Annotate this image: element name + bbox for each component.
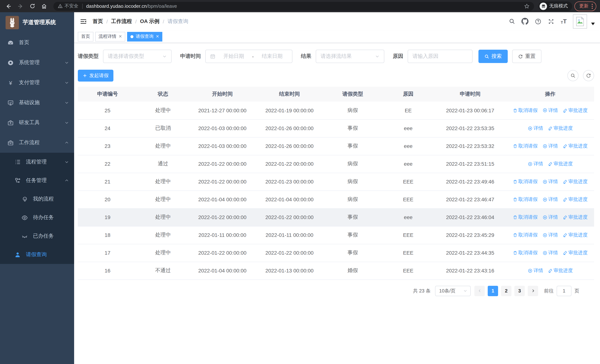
github-icon[interactable] [521,18,528,25]
tab-home[interactable]: 首页 [78,32,94,41]
toggle-search-button[interactable] [567,70,579,81]
security-warning[interactable]: 不安全 [58,3,78,9]
detail-link[interactable]: 详情 [542,143,558,149]
forward-icon[interactable] [16,1,25,11]
approval-progress-link[interactable]: 审批进度 [563,143,588,149]
sidebar-item-infra[interactable]: 基础设施 [0,93,74,113]
sidebar-item-label: 待办任务 [33,214,54,221]
sidebar-item-workflow[interactable]: 工作流程 [0,133,74,153]
approval-progress-link[interactable]: 审批进度 [548,267,573,274]
caret-down-icon[interactable] [591,23,595,25]
sidebar-item-leave-query[interactable]: 请假查询 [0,245,74,264]
cell-status: 处理中 [137,191,189,208]
home-icon[interactable] [39,1,49,11]
refresh-table-button[interactable] [583,70,594,81]
font-size-icon[interactable]: TT [561,18,567,24]
breadcrumb-home[interactable]: 首页 [93,18,103,25]
sidebar-item-todo-task[interactable]: 待办任务 [0,208,74,227]
page-button-2[interactable]: 2 [501,286,511,296]
cancel-leave-link[interactable]: 取消请假 [513,196,538,203]
avatar[interactable] [573,14,587,28]
pen-icon [548,268,552,273]
address-bar[interactable]: 不安全 dashboard.yudao.iocoder.cn/bpm/oa/le… [53,2,534,10]
detail-link[interactable]: 详情 [527,125,543,131]
sidebar-item-pay[interactable]: ¥ 支付管理 [0,73,74,93]
sidebar-item-task-mgmt[interactable]: 任务管理 [0,171,74,190]
sidebar-item-devtool[interactable]: 研发工具 [0,113,74,133]
cancel-leave-link[interactable]: 取消请假 [513,214,538,221]
reason-input[interactable]: 请输入原因 [408,50,472,63]
cancel-leave-link[interactable]: 取消请假 [513,250,538,256]
sidebar-item-process-mgmt[interactable]: 流程管理 [0,153,74,171]
help-icon[interactable] [535,18,542,25]
prev-page-button[interactable] [474,286,485,296]
sidebar-item-system[interactable]: 系统管理 [0,53,74,73]
leave-type-select[interactable]: 请选择请假类型 [103,50,172,63]
cancel-leave-link[interactable]: 取消请假 [513,232,538,238]
cancel-leave-link[interactable]: 取消请假 [513,107,538,114]
cell-apply-id: 20 [78,191,137,208]
approval-progress-link[interactable]: 审批进度 [563,250,588,256]
search-icon[interactable] [509,18,515,24]
back-icon[interactable] [4,1,13,11]
create-leave-button[interactable]: 发起请假 [78,70,113,82]
cancel-leave-link[interactable]: 取消请假 [513,143,538,149]
cell-reason: eee [383,137,434,155]
apply-time-range-picker[interactable]: 开始日期 - 结束日期 [205,50,292,63]
tab-leave-query[interactable]: 请假查询 ✕ [127,32,162,41]
sidebar-item-done-task[interactable]: 已办任务 [0,227,74,245]
detail-link[interactable]: 详情 [527,267,543,274]
bookmark-star-icon[interactable] [524,3,530,9]
detail-link[interactable]: 详情 [542,178,558,185]
approval-progress-link[interactable]: 审批进度 [563,232,588,238]
pen-icon [548,162,552,166]
pen-icon [548,126,552,131]
filter-label-type: 请假类型 [78,53,99,60]
row-actions: 取消请假 详情 审批进度 [506,196,594,203]
close-icon[interactable]: ✕ [119,34,122,39]
breadcrumb-oa[interactable]: OA 示例 [140,18,159,25]
cell-status: 处理中 [137,244,189,262]
sidebar-item-home[interactable]: 首页 [0,33,74,53]
goto-page-input[interactable] [557,286,572,296]
app-logo[interactable]: 芋道管理系统 [0,12,74,33]
reload-icon[interactable] [28,1,37,11]
breadcrumb-workflow[interactable]: 工作流程 [111,18,132,25]
cell-leave-type: 事假 [323,244,382,262]
approval-progress-link[interactable]: 审批进度 [563,107,588,114]
cell-apply-id: 19 [78,208,137,226]
detail-link[interactable]: 详情 [542,214,558,221]
detail-link[interactable]: 详情 [542,232,558,238]
detail-link[interactable]: 详情 [527,160,543,167]
detail-link[interactable]: 详情 [542,107,558,114]
approval-progress-link[interactable]: 审批进度 [548,160,573,167]
cell-apply-id: 23 [78,137,137,155]
detail-link[interactable]: 详情 [542,196,558,203]
detail-link[interactable]: 详情 [542,250,558,256]
search-button[interactable]: 搜索 [478,50,508,63]
reset-button[interactable]: 重置 [512,50,542,63]
eye-icon [527,268,532,273]
tab-process-detail[interactable]: 流程详情 ✕ [95,32,125,41]
monitor-icon [7,100,14,106]
sidebar-item-my-process[interactable]: 我的流程 [0,190,74,208]
page-button-3[interactable]: 3 [514,286,525,296]
warning-icon [58,4,63,9]
cancel-leave-link[interactable]: 取消请假 [513,178,538,185]
column-header: 请假类型 [323,87,382,102]
approval-progress-link[interactable]: 审批进度 [563,214,588,221]
fullscreen-icon[interactable] [548,18,554,25]
page-button-1[interactable]: 1 [488,286,498,296]
approval-progress-link[interactable]: 审批进度 [563,178,588,185]
approval-progress-link[interactable]: 审批进度 [563,196,588,203]
sidebar-fold-icon[interactable] [80,18,87,25]
close-icon[interactable]: ✕ [156,34,159,39]
page-size-select[interactable]: 10条/页 [435,286,471,296]
approval-progress-link[interactable]: 审批进度 [548,125,573,131]
update-button[interactable]: 更新 [574,1,596,11]
result-select[interactable]: 请选择流结果 [316,50,384,63]
next-page-button[interactable] [528,286,538,296]
top-navbar: 首页 / 工作流程 / OA 示例 / 请假查询 [74,12,600,30]
cell-leave-type: 事假 [323,226,382,244]
chevron-down-icon [65,60,69,65]
